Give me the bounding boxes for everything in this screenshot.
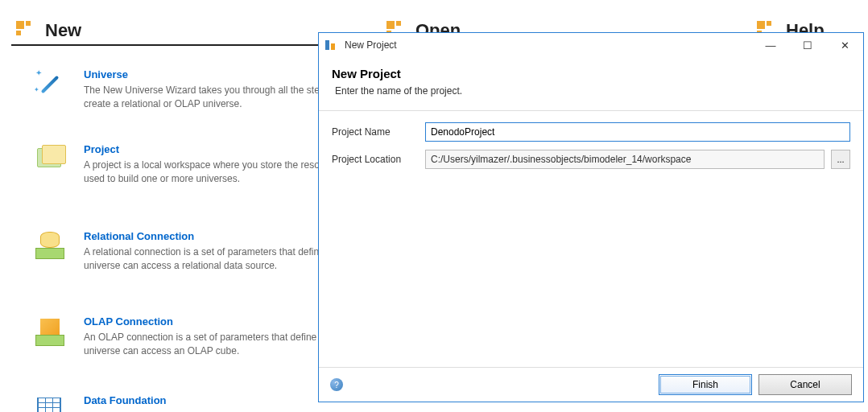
help-icon[interactable]: ? (330, 378, 343, 391)
data-foundation-link[interactable]: Data Foundation (84, 394, 167, 406)
project-name-label: Project Name (332, 126, 419, 138)
cube-icon (34, 315, 68, 349)
window-maximize-button[interactable]: ☐ (789, 33, 826, 57)
project-location-input[interactable] (425, 150, 825, 169)
dialog-form: Project Name Project Location ... (319, 111, 863, 180)
new-item-olap-connection[interactable]: OLAP Connection An OLAP connection is a … (34, 315, 362, 358)
project-location-label: Project Location (332, 154, 419, 165)
tab-new-label: New (45, 20, 81, 41)
folder-icon (34, 143, 68, 177)
dialog-body (319, 180, 863, 367)
dialog-subheading: Enter the name of the project. (332, 85, 850, 97)
relational-connection-link[interactable]: Relational Connection (84, 230, 194, 242)
new-item-data-foundation[interactable]: Data Foundation (34, 394, 362, 412)
window-close-button[interactable]: ✕ (826, 33, 863, 57)
new-project-dialog: New Project — ☐ ✕ New Project Enter the … (318, 32, 864, 402)
new-item-relational-connection[interactable]: Relational Connection A relational conne… (34, 230, 362, 273)
cancel-button[interactable]: Cancel (758, 374, 852, 395)
finish-button[interactable]: Finish (659, 374, 752, 395)
project-name-input[interactable] (425, 122, 850, 142)
dialog-heading: New Project (332, 67, 850, 80)
grid-icon (34, 394, 68, 412)
dialog-window-title: New Project (345, 39, 752, 51)
browse-button[interactable]: ... (831, 150, 850, 169)
olap-connection-link[interactable]: OLAP Connection (84, 315, 173, 328)
dialog-titlebar[interactable]: New Project — ☐ ✕ (319, 33, 863, 57)
universe-link[interactable]: Universe (84, 68, 128, 80)
database-icon (34, 230, 68, 264)
window-minimize-button[interactable]: — (752, 33, 789, 57)
wand-icon: ✦ (34, 68, 68, 102)
new-item-project[interactable]: Project A project is a local workspace w… (34, 143, 362, 186)
app-icon (325, 39, 338, 52)
tab-new[interactable]: New (16, 14, 81, 47)
dialog-header: New Project Enter the name of the projec… (319, 57, 863, 110)
dialog-footer: ? Finish Cancel (319, 367, 863, 402)
tiles-icon (16, 21, 35, 40)
project-link[interactable]: Project (84, 143, 119, 155)
new-item-universe[interactable]: ✦ Universe The New Universe Wizard takes… (34, 68, 362, 111)
